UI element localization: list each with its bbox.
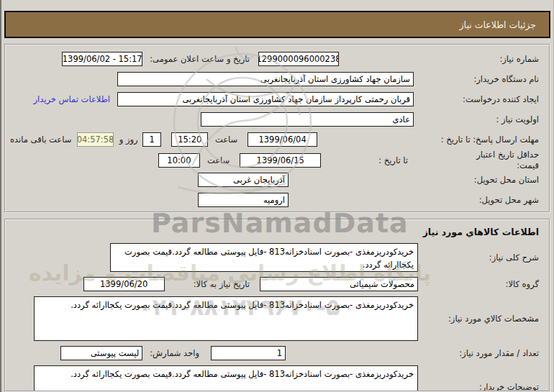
priority-field[interactable]: عادی [201, 112, 414, 127]
delivery-province-label: استان محل تحویل: [418, 175, 545, 186]
validity-until-label: تا تاریخ : [378, 155, 408, 165]
buyer-notes-label: توضیحات خریدار: [418, 382, 545, 392]
need-number-label: شماره نیاز: [418, 54, 545, 65]
general-desc-label: شرح کلی نیاز: [418, 252, 545, 263]
goods-need-date-field[interactable]: 1399/06/20 [83, 277, 165, 291]
price-validity-label: حداقل تاریخ اعتبار قیمت: [418, 150, 545, 171]
priority-label: اولویت نیاز : [418, 114, 545, 125]
delivery-city-row: شهر محل تحویل: ارومیه [10, 190, 545, 210]
validity-hour-label: ساعت [207, 155, 230, 165]
buyer-org-label: نام دستگاه خریدار: [418, 74, 545, 85]
goods-need-date-label: تاریخ نیاز به کالا: [194, 279, 250, 289]
reply-deadline-label: مهلت ارسال پاسخ: تا تاریخ : [418, 135, 545, 145]
validity-date-field[interactable]: 1399/06/15 [240, 153, 321, 168]
buyer-contact-link[interactable]: اطلاعات تماس خریدار [33, 94, 110, 104]
deadline-hour-label: ساعت [215, 135, 237, 145]
page-title: جزئیات اطلاعات نیاز [460, 19, 536, 30]
delivery-province-field[interactable]: آذربایجان غربی [198, 173, 289, 187]
announce-datetime-field[interactable]: 1399/06/02 - 15:17 [62, 52, 142, 66]
delivery-city-field[interactable]: ارومیه [198, 193, 289, 207]
goods-group-row: گروه کالا: محصولات شیمیائی تاریخ نیاز به… [10, 274, 545, 294]
announce-datetime-label: تاریخ و ساعت اعلان عمومی: [150, 54, 250, 64]
delivery-province-row: استان محل تحویل: آذربایجان غربی [10, 170, 545, 190]
days-and-label: روز و [119, 135, 138, 145]
hours-remaining-label: ساعت باقی مانده [10, 135, 71, 145]
buyer-notes-row: توضیحات خریدار: خریدکودریزمغذی -بصورت اس… [10, 363, 545, 392]
validity-time-field[interactable]: 10:00 [158, 153, 200, 168]
reply-deadline-time-field[interactable]: 15:20 [171, 132, 207, 147]
unit-field[interactable]: لیست پیوستی [60, 346, 142, 360]
unit-label: واحد شمارش: [150, 348, 199, 358]
quantity-field[interactable]: 1 [211, 346, 286, 360]
goods-specs-row: مشخصات کالاي مورد نیاز: خریدکودریزمغذی -… [10, 294, 545, 343]
goods-group-label: گروه کالا: [418, 279, 545, 290]
need-number-field[interactable]: 1299000096000238 [258, 52, 339, 66]
need-number-row: شماره نیاز: 1299000096000238 تاریخ و ساع… [10, 49, 545, 69]
request-creator-label: ایجاد کننده درخواست: [418, 94, 545, 105]
goods-info-panel: اطلاعات کالاهاي مورد نیاز شرح کلی نیاز: … [4, 219, 550, 392]
page-title-bar: جزئیات اطلاعات نیاز [4, 11, 550, 38]
reply-deadline-row: مهلت ارسال پاسخ: تا تاریخ : 1399/06/04 س… [10, 129, 545, 150]
request-creator-row: ایجاد کننده درخواست: قربان رحمتی کارپردا… [10, 89, 545, 109]
buyer-org-field[interactable]: سازمان جهاد کشاورزی استان آذربایجانغربی [117, 72, 414, 86]
need-details-page: جزئیات اطلاعات نیاز شماره نیاز: 12990000… [0, 0, 554, 392]
general-desc-row: شرح کلی نیاز: خریدکودریزمغذی -بصورت اسنا… [10, 241, 545, 274]
price-validity-row: حداقل تاریخ اعتبار قیمت: تا تاریخ : 1399… [10, 150, 545, 170]
reply-deadline-date-field[interactable]: 1399/06/04 [248, 132, 317, 147]
countdown-timer: 04:57:58 [77, 132, 113, 147]
priority-row: اولویت نیاز : عادی [10, 109, 545, 129]
general-desc-textarea[interactable]: خریدکودریزمغذی -بصورت اسنادخزانه813 -فای… [110, 243, 418, 272]
quantity-row: تعداد / مقدار مورد نیاز: 1 واحد شمارش: ل… [10, 343, 545, 363]
remaining-days-field[interactable]: 1 [142, 132, 162, 147]
delivery-city-label: شهر محل تحویل: [418, 195, 545, 206]
need-info-panel: شماره نیاز: 1299000096000238 تاریخ و ساع… [4, 44, 550, 213]
buyer-org-row: نام دستگاه خریدار: سازمان جهاد کشاورزی ا… [10, 69, 545, 89]
goods-section-header: اطلاعات کالاهاي مورد نیاز [10, 220, 545, 241]
goods-specs-textarea[interactable]: خریدکودریزمغذی -بصورت اسنادخزانه813 -فای… [34, 296, 418, 341]
goods-group-field[interactable]: محصولات شیمیائی [260, 277, 418, 291]
request-creator-field[interactable]: قربان رحمتی کارپرداز سازمان جهاد کشاورزی… [117, 92, 414, 106]
buyer-notes-textarea[interactable]: خریدکودریزمغذی -بصورت اسنادخزانه813 -فای… [34, 365, 418, 392]
goods-specs-label: مشخصات کالاي مورد نیاز: [418, 314, 545, 324]
quantity-label: تعداد / مقدار مورد نیاز: [418, 348, 545, 359]
